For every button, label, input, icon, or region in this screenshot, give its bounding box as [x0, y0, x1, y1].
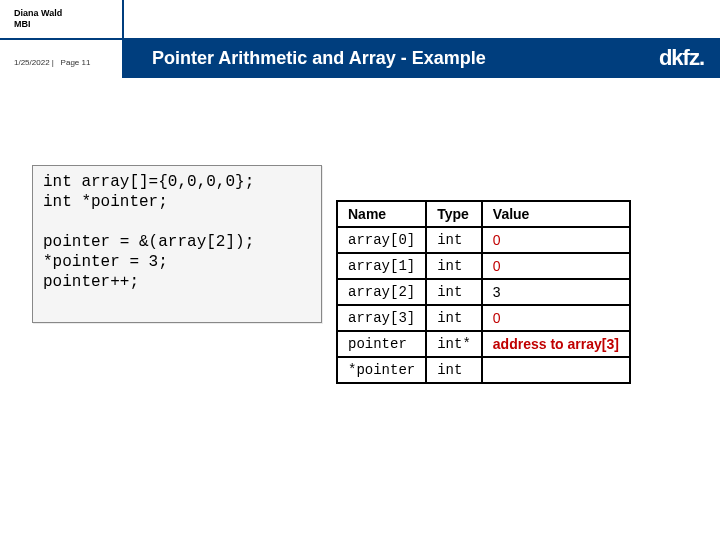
cell-type: int [426, 357, 482, 383]
table-header-row: Name Type Value [337, 201, 630, 227]
title-bar: Pointer Arithmetic and Array - Example d… [122, 38, 720, 78]
col-value: Value [482, 201, 630, 227]
code-line: int *pointer; [43, 193, 168, 211]
cell-type: int [426, 253, 482, 279]
memory-table: Name Type Value array[0] int 0 array[1] … [336, 200, 631, 384]
cell-value: 3 [482, 279, 630, 305]
table-row: pointer int* address to array[3] [337, 331, 630, 357]
cell-type: int* [426, 331, 482, 357]
slide-meta: 1/25/2022 | Page 11 [14, 58, 90, 67]
cell-name: pointer [337, 331, 426, 357]
code-line: pointer = &(array[2]); [43, 233, 254, 251]
cell-value: address to array[3] [482, 331, 630, 357]
slide-header: Diana Wald MBI 1/25/2022 | Page 11 Point… [0, 0, 720, 78]
brand-logo: dkfz. [659, 45, 704, 71]
cell-name: *pointer [337, 357, 426, 383]
cell-value: 0 [482, 305, 630, 331]
col-name: Name [337, 201, 426, 227]
slide-title: Pointer Arithmetic and Array - Example [122, 48, 486, 69]
code-line: int array[]={0,0,0,0}; [43, 173, 254, 191]
cell-type: int [426, 279, 482, 305]
cell-value [482, 357, 630, 383]
author-org: MBI [14, 19, 62, 30]
cell-value: 0 [482, 253, 630, 279]
code-line: *pointer = 3; [43, 253, 168, 271]
cell-name: array[1] [337, 253, 426, 279]
author-block: Diana Wald MBI [14, 8, 62, 30]
table-row: *pointer int [337, 357, 630, 383]
cell-value: 0 [482, 227, 630, 253]
author-name: Diana Wald [14, 8, 62, 19]
cell-type: int [426, 305, 482, 331]
cell-name: array[2] [337, 279, 426, 305]
table-row: array[2] int 3 [337, 279, 630, 305]
header-horizontal-divider [0, 38, 122, 40]
table-row: array[0] int 0 [337, 227, 630, 253]
slide-page: Page 11 [61, 58, 91, 67]
table-row: array[1] int 0 [337, 253, 630, 279]
code-line: pointer++; [43, 273, 139, 291]
cell-name: array[0] [337, 227, 426, 253]
cell-name: array[3] [337, 305, 426, 331]
table-row: array[3] int 0 [337, 305, 630, 331]
code-snippet: int array[]={0,0,0,0}; int *pointer; poi… [32, 165, 322, 323]
slide-date: 1/25/2022 [14, 58, 50, 67]
col-type: Type [426, 201, 482, 227]
cell-type: int [426, 227, 482, 253]
